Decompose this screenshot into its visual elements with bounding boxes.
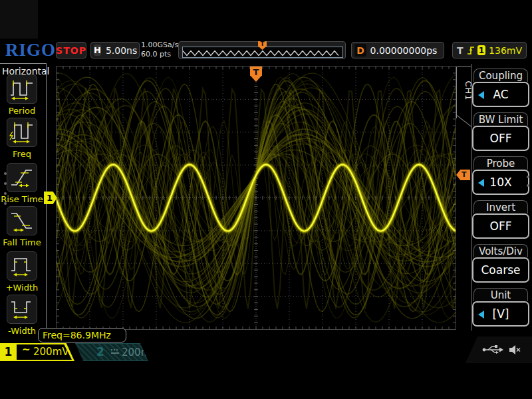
- freq-icon: [7, 118, 37, 147]
- menu-item-freq[interactable]: Freq: [7, 118, 45, 159]
- waveform-display-area[interactable]: [56, 66, 456, 330]
- menu-value-coupling[interactable]: AC: [472, 82, 529, 107]
- trigger-level-marker[interactable]: T: [456, 170, 470, 180]
- plus-width-icon: [7, 251, 37, 281]
- page-indicator-dot: [4, 192, 7, 195]
- menu-label-unit: Unit: [473, 288, 528, 301]
- rise-time-icon: [7, 163, 37, 192]
- channel-tab: CH1: [456, 66, 471, 118]
- channel1-scale: 200mV: [33, 346, 69, 358]
- ac-coupling-icon: ~: [22, 344, 31, 356]
- page-indicator-dot: [4, 172, 7, 175]
- trigger-level-value: 136mV: [489, 45, 522, 56]
- right-panel-border: [471, 64, 471, 331]
- channel1-status-badge[interactable]: 1 ~ 200mV: [0, 343, 74, 361]
- menu-item-rise-time[interactable]: Rise Time: [7, 163, 45, 204]
- option-triangle-icon: [478, 91, 484, 99]
- menu-value-volts-div[interactable]: Coarse: [472, 257, 529, 283]
- trigger-source-badge: 1: [477, 45, 485, 55]
- menu-label-coupling: Coupling: [473, 68, 528, 82]
- menu-value-unit[interactable]: [V]: [472, 301, 529, 327]
- timebase-value: 5.00ns: [106, 45, 137, 56]
- menu-item-plus-width[interactable]: +Width: [7, 251, 45, 293]
- horizontal-key-icon: H: [94, 45, 101, 56]
- page-indicator-dot: [527, 176, 529, 178]
- delay-key-icon: D: [354, 44, 366, 57]
- menu-label-bw-limit: BW Limit: [473, 112, 528, 126]
- fall-time-icon: [7, 206, 37, 235]
- oscilloscope-screen: RIGOL STOP H 5.00ns 1.00GSa/s 60.0 pts T…: [0, 0, 532, 399]
- channel1-level-marker[interactable]: 1: [44, 192, 57, 204]
- trigger-readout[interactable]: T 1 136mV: [452, 42, 527, 59]
- menu-value-bw-limit[interactable]: OFF: [472, 126, 529, 151]
- menu-label-volts-div: Volts/Div: [473, 244, 528, 257]
- page-indicator-dot: [527, 184, 529, 187]
- top-corner-panel: [0, 0, 38, 39]
- sample-rate-readout: 1.00GSa/s 60.0 pts: [141, 41, 178, 59]
- menu-label-probe: Probe: [473, 156, 528, 170]
- channel1-number: 1: [0, 344, 17, 360]
- minus-width-icon: [7, 295, 37, 324]
- speaker-muted-icon: [508, 344, 521, 356]
- option-triangle-icon: [478, 311, 484, 319]
- menu-label-invert: Invert: [473, 200, 528, 213]
- frequency-counter-readout: Freq=86.9MHz: [38, 328, 126, 342]
- run-state-label: STOP: [56, 45, 86, 56]
- trigger-key-label: T: [457, 45, 464, 56]
- delay-value: 0.00000000ps: [370, 45, 438, 56]
- dc-coupling-icon: [110, 347, 120, 356]
- timebase-readout[interactable]: H 5.00ns: [90, 42, 140, 59]
- menu-item-fall-time[interactable]: Fall Time: [7, 206, 45, 247]
- rising-edge-icon: [467, 45, 474, 56]
- page-indicator-dot: [4, 202, 7, 205]
- channel2-status-badge[interactable]: 2 200mV: [75, 343, 148, 361]
- page-indicator-dot: [4, 182, 7, 185]
- option-triangle-icon: [478, 179, 484, 187]
- menu-value-invert[interactable]: OFF: [472, 213, 529, 239]
- status-icons-panel: [466, 336, 532, 363]
- channel2-scale: 200mV: [122, 346, 158, 358]
- menu-value-probe[interactable]: 10X: [472, 170, 529, 195]
- period-icon: [7, 74, 37, 104]
- usb-icon: [481, 344, 504, 356]
- menu-item-period[interactable]: Period: [7, 74, 45, 116]
- channel2-number: 2: [96, 345, 104, 358]
- run-state-button[interactable]: STOP: [56, 42, 86, 59]
- delay-readout[interactable]: D 0.00000000ps: [351, 42, 444, 59]
